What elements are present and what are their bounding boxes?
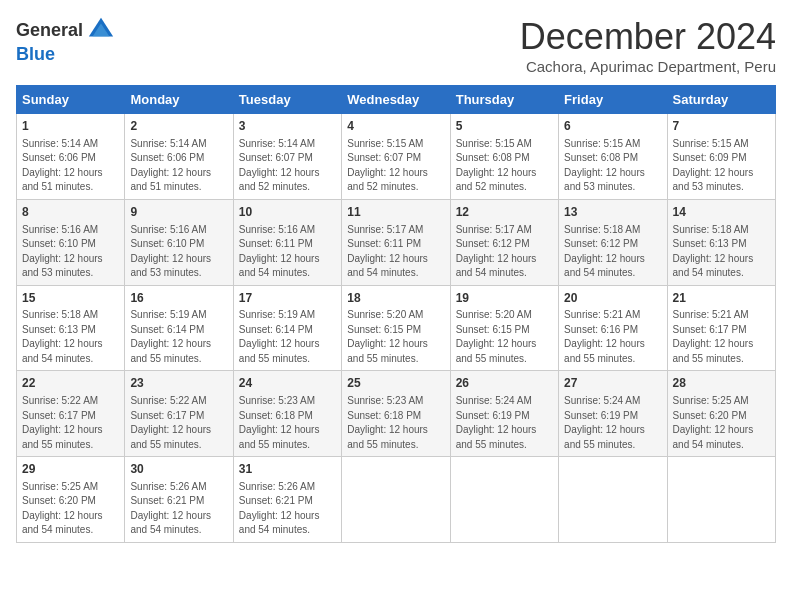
header-day-monday: Monday <box>125 86 233 114</box>
day-number: 26 <box>456 375 553 392</box>
day-info: Sunrise: 5:19 AMSunset: 6:14 PMDaylight:… <box>239 308 336 366</box>
week-row-1: 1Sunrise: 5:14 AMSunset: 6:06 PMDaylight… <box>17 114 776 200</box>
calendar-cell: 20Sunrise: 5:21 AMSunset: 6:16 PMDayligh… <box>559 285 667 371</box>
calendar-cell: 27Sunrise: 5:24 AMSunset: 6:19 PMDayligh… <box>559 371 667 457</box>
day-number: 3 <box>239 118 336 135</box>
calendar-cell <box>450 457 558 543</box>
header-day-tuesday: Tuesday <box>233 86 341 114</box>
day-info: Sunrise: 5:24 AMSunset: 6:19 PMDaylight:… <box>456 394 553 452</box>
day-info: Sunrise: 5:18 AMSunset: 6:13 PMDaylight:… <box>673 223 770 281</box>
calendar-cell: 7Sunrise: 5:15 AMSunset: 6:09 PMDaylight… <box>667 114 775 200</box>
day-info: Sunrise: 5:20 AMSunset: 6:15 PMDaylight:… <box>456 308 553 366</box>
calendar-cell: 12Sunrise: 5:17 AMSunset: 6:12 PMDayligh… <box>450 199 558 285</box>
day-info: Sunrise: 5:17 AMSunset: 6:12 PMDaylight:… <box>456 223 553 281</box>
day-number: 18 <box>347 290 444 307</box>
day-number: 5 <box>456 118 553 135</box>
day-number: 30 <box>130 461 227 478</box>
calendar-cell: 14Sunrise: 5:18 AMSunset: 6:13 PMDayligh… <box>667 199 775 285</box>
calendar-cell: 21Sunrise: 5:21 AMSunset: 6:17 PMDayligh… <box>667 285 775 371</box>
day-number: 12 <box>456 204 553 221</box>
day-number: 11 <box>347 204 444 221</box>
day-info: Sunrise: 5:21 AMSunset: 6:17 PMDaylight:… <box>673 308 770 366</box>
logo-icon <box>87 16 115 44</box>
day-info: Sunrise: 5:26 AMSunset: 6:21 PMDaylight:… <box>130 480 227 538</box>
day-number: 2 <box>130 118 227 135</box>
day-number: 16 <box>130 290 227 307</box>
day-info: Sunrise: 5:15 AMSunset: 6:09 PMDaylight:… <box>673 137 770 195</box>
day-number: 27 <box>564 375 661 392</box>
week-row-2: 8Sunrise: 5:16 AMSunset: 6:10 PMDaylight… <box>17 199 776 285</box>
day-info: Sunrise: 5:15 AMSunset: 6:07 PMDaylight:… <box>347 137 444 195</box>
header-day-friday: Friday <box>559 86 667 114</box>
subtitle: Cachora, Apurimac Department, Peru <box>520 58 776 75</box>
day-info: Sunrise: 5:25 AMSunset: 6:20 PMDaylight:… <box>22 480 119 538</box>
week-row-5: 29Sunrise: 5:25 AMSunset: 6:20 PMDayligh… <box>17 457 776 543</box>
day-number: 4 <box>347 118 444 135</box>
title-area: December 2024 Cachora, Apurimac Departme… <box>520 16 776 75</box>
day-info: Sunrise: 5:25 AMSunset: 6:20 PMDaylight:… <box>673 394 770 452</box>
calendar-cell <box>667 457 775 543</box>
calendar-cell: 29Sunrise: 5:25 AMSunset: 6:20 PMDayligh… <box>17 457 125 543</box>
calendar-cell: 1Sunrise: 5:14 AMSunset: 6:06 PMDaylight… <box>17 114 125 200</box>
day-number: 20 <box>564 290 661 307</box>
day-info: Sunrise: 5:21 AMSunset: 6:16 PMDaylight:… <box>564 308 661 366</box>
calendar-cell <box>559 457 667 543</box>
day-info: Sunrise: 5:17 AMSunset: 6:11 PMDaylight:… <box>347 223 444 281</box>
day-number: 17 <box>239 290 336 307</box>
calendar-cell: 15Sunrise: 5:18 AMSunset: 6:13 PMDayligh… <box>17 285 125 371</box>
calendar-cell: 8Sunrise: 5:16 AMSunset: 6:10 PMDaylight… <box>17 199 125 285</box>
calendar-cell: 19Sunrise: 5:20 AMSunset: 6:15 PMDayligh… <box>450 285 558 371</box>
day-number: 9 <box>130 204 227 221</box>
day-info: Sunrise: 5:16 AMSunset: 6:11 PMDaylight:… <box>239 223 336 281</box>
calendar-cell: 10Sunrise: 5:16 AMSunset: 6:11 PMDayligh… <box>233 199 341 285</box>
day-info: Sunrise: 5:14 AMSunset: 6:06 PMDaylight:… <box>22 137 119 195</box>
day-number: 8 <box>22 204 119 221</box>
day-info: Sunrise: 5:26 AMSunset: 6:21 PMDaylight:… <box>239 480 336 538</box>
day-info: Sunrise: 5:16 AMSunset: 6:10 PMDaylight:… <box>130 223 227 281</box>
calendar-cell: 6Sunrise: 5:15 AMSunset: 6:08 PMDaylight… <box>559 114 667 200</box>
calendar-cell: 18Sunrise: 5:20 AMSunset: 6:15 PMDayligh… <box>342 285 450 371</box>
day-number: 23 <box>130 375 227 392</box>
day-number: 22 <box>22 375 119 392</box>
day-number: 15 <box>22 290 119 307</box>
calendar-cell: 30Sunrise: 5:26 AMSunset: 6:21 PMDayligh… <box>125 457 233 543</box>
week-row-4: 22Sunrise: 5:22 AMSunset: 6:17 PMDayligh… <box>17 371 776 457</box>
day-number: 1 <box>22 118 119 135</box>
calendar-cell: 5Sunrise: 5:15 AMSunset: 6:08 PMDaylight… <box>450 114 558 200</box>
day-info: Sunrise: 5:23 AMSunset: 6:18 PMDaylight:… <box>239 394 336 452</box>
calendar-cell: 9Sunrise: 5:16 AMSunset: 6:10 PMDaylight… <box>125 199 233 285</box>
calendar-cell <box>342 457 450 543</box>
day-info: Sunrise: 5:20 AMSunset: 6:15 PMDaylight:… <box>347 308 444 366</box>
header-day-sunday: Sunday <box>17 86 125 114</box>
calendar-cell: 13Sunrise: 5:18 AMSunset: 6:12 PMDayligh… <box>559 199 667 285</box>
day-number: 31 <box>239 461 336 478</box>
day-info: Sunrise: 5:22 AMSunset: 6:17 PMDaylight:… <box>130 394 227 452</box>
day-number: 21 <box>673 290 770 307</box>
day-number: 10 <box>239 204 336 221</box>
calendar-cell: 23Sunrise: 5:22 AMSunset: 6:17 PMDayligh… <box>125 371 233 457</box>
logo-general-text: General <box>16 20 83 41</box>
header-day-wednesday: Wednesday <box>342 86 450 114</box>
week-row-3: 15Sunrise: 5:18 AMSunset: 6:13 PMDayligh… <box>17 285 776 371</box>
calendar-cell: 28Sunrise: 5:25 AMSunset: 6:20 PMDayligh… <box>667 371 775 457</box>
day-info: Sunrise: 5:18 AMSunset: 6:13 PMDaylight:… <box>22 308 119 366</box>
month-title: December 2024 <box>520 16 776 58</box>
day-number: 7 <box>673 118 770 135</box>
day-info: Sunrise: 5:23 AMSunset: 6:18 PMDaylight:… <box>347 394 444 452</box>
day-number: 29 <box>22 461 119 478</box>
day-number: 14 <box>673 204 770 221</box>
day-number: 6 <box>564 118 661 135</box>
calendar-cell: 17Sunrise: 5:19 AMSunset: 6:14 PMDayligh… <box>233 285 341 371</box>
day-number: 13 <box>564 204 661 221</box>
calendar-table: SundayMondayTuesdayWednesdayThursdayFrid… <box>16 85 776 543</box>
day-info: Sunrise: 5:24 AMSunset: 6:19 PMDaylight:… <box>564 394 661 452</box>
day-number: 24 <box>239 375 336 392</box>
day-info: Sunrise: 5:15 AMSunset: 6:08 PMDaylight:… <box>456 137 553 195</box>
calendar-cell: 31Sunrise: 5:26 AMSunset: 6:21 PMDayligh… <box>233 457 341 543</box>
logo-blue-text: Blue <box>16 44 55 65</box>
calendar-cell: 16Sunrise: 5:19 AMSunset: 6:14 PMDayligh… <box>125 285 233 371</box>
calendar-cell: 26Sunrise: 5:24 AMSunset: 6:19 PMDayligh… <box>450 371 558 457</box>
day-info: Sunrise: 5:14 AMSunset: 6:07 PMDaylight:… <box>239 137 336 195</box>
calendar-cell: 3Sunrise: 5:14 AMSunset: 6:07 PMDaylight… <box>233 114 341 200</box>
day-number: 28 <box>673 375 770 392</box>
